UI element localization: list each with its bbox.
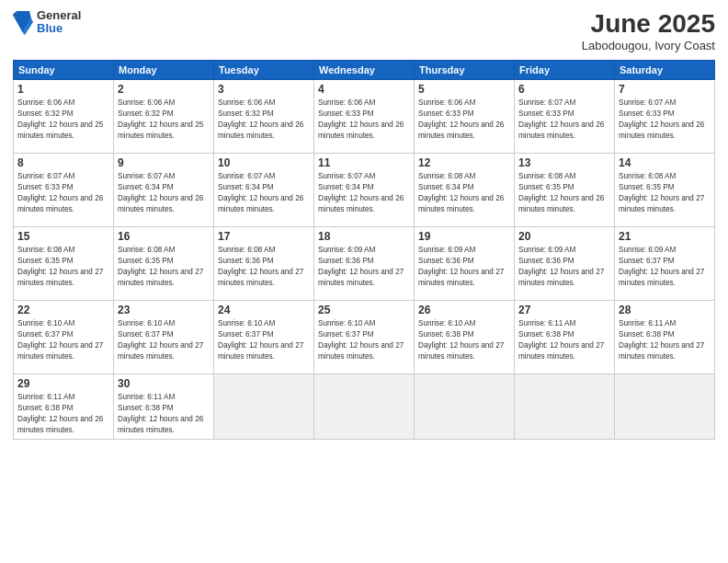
day-info: Sunrise: 6:08 AM Sunset: 6:35 PM Dayligh… — [17, 245, 109, 289]
day-number: 23 — [118, 304, 210, 316]
logo-blue: Blue — [37, 22, 81, 35]
table-row: 20 Sunrise: 6:09 AM Sunset: 6:36 PM Dayl… — [515, 227, 615, 301]
page: General Blue June 2025 Labodougou, Ivory… — [0, 0, 728, 563]
table-row: 24 Sunrise: 6:10 AM Sunset: 6:37 PM Dayl… — [214, 301, 314, 374]
svg-marker-0 — [15, 11, 31, 33]
day-info: Sunrise: 6:08 AM Sunset: 6:36 PM Dayligh… — [218, 245, 310, 289]
table-row: 13 Sunrise: 6:08 AM Sunset: 6:35 PM Dayl… — [515, 154, 615, 227]
day-info: Sunrise: 6:11 AM Sunset: 6:38 PM Dayligh… — [518, 318, 610, 362]
location: Labodougou, Ivory Coast — [582, 39, 715, 52]
table-row: 2 Sunrise: 6:06 AM Sunset: 6:32 PM Dayli… — [114, 80, 214, 154]
day-number: 15 — [17, 230, 109, 243]
col-tuesday: Tuesday — [214, 61, 314, 80]
table-row: 3 Sunrise: 6:06 AM Sunset: 6:32 PM Dayli… — [214, 80, 314, 154]
calendar-empty-cell — [515, 374, 615, 440]
table-row: 12 Sunrise: 6:08 AM Sunset: 6:34 PM Dayl… — [415, 154, 515, 227]
table-row: 21 Sunrise: 6:09 AM Sunset: 6:37 PM Dayl… — [615, 227, 715, 301]
table-row: 28 Sunrise: 6:11 AM Sunset: 6:38 PM Dayl… — [615, 301, 715, 374]
day-info: Sunrise: 6:09 AM Sunset: 6:36 PM Dayligh… — [318, 245, 410, 289]
col-saturday: Saturday — [615, 61, 715, 80]
day-info: Sunrise: 6:10 AM Sunset: 6:37 PM Dayligh… — [318, 318, 410, 362]
day-info: Sunrise: 6:06 AM Sunset: 6:32 PM Dayligh… — [118, 98, 210, 142]
table-row: 9 Sunrise: 6:07 AM Sunset: 6:34 PM Dayli… — [114, 154, 214, 227]
calendar-empty-cell — [214, 374, 314, 440]
day-number: 8 — [17, 156, 109, 169]
table-row: 16 Sunrise: 6:08 AM Sunset: 6:35 PM Dayl… — [114, 227, 214, 301]
logo-general: General — [37, 9, 81, 22]
day-info: Sunrise: 6:07 AM Sunset: 6:33 PM Dayligh… — [17, 171, 109, 215]
day-number: 5 — [418, 83, 510, 96]
table-row: 18 Sunrise: 6:09 AM Sunset: 6:36 PM Dayl… — [314, 227, 415, 301]
calendar-week-row: 22 Sunrise: 6:10 AM Sunset: 6:37 PM Dayl… — [14, 301, 715, 374]
day-number: 10 — [218, 156, 310, 169]
calendar-empty-cell — [415, 374, 515, 440]
day-info: Sunrise: 6:07 AM Sunset: 6:33 PM Dayligh… — [518, 98, 610, 142]
day-info: Sunrise: 6:06 AM Sunset: 6:32 PM Dayligh… — [218, 98, 310, 142]
day-number: 4 — [318, 83, 410, 96]
calendar-week-row: 29 Sunrise: 6:11 AM Sunset: 6:38 PM Dayl… — [14, 374, 715, 440]
col-friday: Friday — [515, 61, 615, 80]
table-row: 27 Sunrise: 6:11 AM Sunset: 6:38 PM Dayl… — [515, 301, 615, 374]
title-block: June 2025 Labodougou, Ivory Coast — [582, 9, 715, 52]
day-info: Sunrise: 6:06 AM Sunset: 6:33 PM Dayligh… — [318, 98, 410, 142]
table-row: 14 Sunrise: 6:08 AM Sunset: 6:35 PM Dayl… — [615, 154, 715, 227]
day-number: 13 — [518, 156, 610, 169]
day-info: Sunrise: 6:11 AM Sunset: 6:38 PM Dayligh… — [619, 318, 711, 362]
day-number: 12 — [418, 156, 510, 169]
day-number: 21 — [619, 230, 711, 243]
day-number: 2 — [118, 83, 210, 96]
calendar-week-row: 1 Sunrise: 6:06 AM Sunset: 6:32 PM Dayli… — [14, 80, 715, 154]
day-number: 18 — [318, 230, 410, 243]
day-number: 28 — [619, 304, 711, 316]
col-sunday: Sunday — [14, 61, 114, 80]
day-info: Sunrise: 6:08 AM Sunset: 6:34 PM Dayligh… — [418, 171, 510, 215]
day-info: Sunrise: 6:06 AM Sunset: 6:33 PM Dayligh… — [418, 98, 510, 142]
day-number: 19 — [418, 230, 510, 243]
table-row: 23 Sunrise: 6:10 AM Sunset: 6:37 PM Dayl… — [114, 301, 214, 374]
table-row: 11 Sunrise: 6:07 AM Sunset: 6:34 PM Dayl… — [314, 154, 415, 227]
table-row: 8 Sunrise: 6:07 AM Sunset: 6:33 PM Dayli… — [14, 154, 114, 227]
col-monday: Monday — [114, 61, 214, 80]
table-row: 17 Sunrise: 6:08 AM Sunset: 6:36 PM Dayl… — [214, 227, 314, 301]
day-info: Sunrise: 6:07 AM Sunset: 6:34 PM Dayligh… — [118, 171, 210, 215]
table-row: 15 Sunrise: 6:08 AM Sunset: 6:35 PM Dayl… — [14, 227, 114, 301]
col-thursday: Thursday — [415, 61, 515, 80]
table-row: 4 Sunrise: 6:06 AM Sunset: 6:33 PM Dayli… — [314, 80, 415, 154]
day-number: 27 — [518, 304, 610, 316]
day-info: Sunrise: 6:11 AM Sunset: 6:38 PM Dayligh… — [17, 392, 109, 436]
table-row: 26 Sunrise: 6:10 AM Sunset: 6:38 PM Dayl… — [415, 301, 515, 374]
day-number: 7 — [619, 83, 711, 96]
logo-text: General Blue — [37, 9, 81, 36]
calendar-header-row: Sunday Monday Tuesday Wednesday Thursday… — [14, 61, 715, 80]
day-number: 3 — [218, 83, 310, 96]
table-row: 5 Sunrise: 6:06 AM Sunset: 6:33 PM Dayli… — [415, 80, 515, 154]
day-number: 17 — [218, 230, 310, 243]
day-number: 29 — [17, 377, 109, 390]
calendar: Sunday Monday Tuesday Wednesday Thursday… — [13, 60, 715, 440]
day-info: Sunrise: 6:08 AM Sunset: 6:35 PM Dayligh… — [619, 171, 711, 215]
day-info: Sunrise: 6:10 AM Sunset: 6:37 PM Dayligh… — [17, 318, 109, 362]
calendar-week-row: 8 Sunrise: 6:07 AM Sunset: 6:33 PM Dayli… — [14, 154, 715, 227]
logo-icon — [13, 9, 33, 35]
calendar-empty-cell — [314, 374, 415, 440]
day-info: Sunrise: 6:08 AM Sunset: 6:35 PM Dayligh… — [118, 245, 210, 289]
table-row: 6 Sunrise: 6:07 AM Sunset: 6:33 PM Dayli… — [515, 80, 615, 154]
day-info: Sunrise: 6:10 AM Sunset: 6:38 PM Dayligh… — [418, 318, 510, 362]
table-row: 29 Sunrise: 6:11 AM Sunset: 6:38 PM Dayl… — [14, 374, 114, 440]
day-info: Sunrise: 6:07 AM Sunset: 6:34 PM Dayligh… — [318, 171, 410, 215]
day-number: 24 — [218, 304, 310, 316]
table-row: 1 Sunrise: 6:06 AM Sunset: 6:32 PM Dayli… — [14, 80, 114, 154]
calendar-empty-cell — [615, 374, 715, 440]
day-info: Sunrise: 6:10 AM Sunset: 6:37 PM Dayligh… — [118, 318, 210, 362]
day-info: Sunrise: 6:09 AM Sunset: 6:37 PM Dayligh… — [619, 245, 711, 289]
table-row: 22 Sunrise: 6:10 AM Sunset: 6:37 PM Dayl… — [14, 301, 114, 374]
logo: General Blue — [13, 9, 81, 36]
day-number: 9 — [118, 156, 210, 169]
table-row: 30 Sunrise: 6:11 AM Sunset: 6:38 PM Dayl… — [114, 374, 214, 440]
day-number: 22 — [17, 304, 109, 316]
table-row: 7 Sunrise: 6:07 AM Sunset: 6:33 PM Dayli… — [615, 80, 715, 154]
day-number: 26 — [418, 304, 510, 316]
calendar-week-row: 15 Sunrise: 6:08 AM Sunset: 6:35 PM Dayl… — [14, 227, 715, 301]
day-info: Sunrise: 6:06 AM Sunset: 6:32 PM Dayligh… — [17, 98, 109, 142]
day-info: Sunrise: 6:08 AM Sunset: 6:35 PM Dayligh… — [518, 171, 610, 215]
